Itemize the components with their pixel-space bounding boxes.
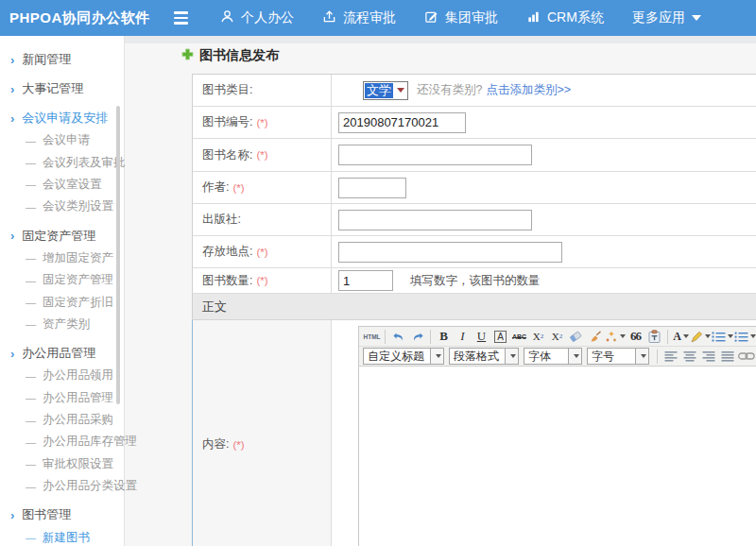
dash-icon: —: [26, 481, 36, 492]
sidebar-group-fixed-assets[interactable]: › 固定资产管理: [0, 225, 124, 247]
dash-icon: —: [26, 318, 36, 330]
book-no-input[interactable]: [338, 112, 466, 133]
sidebar-item-label: 固定资产管理: [43, 272, 113, 288]
sidebar-group-news[interactable]: › 新闻管理: [0, 48, 124, 71]
editor-content[interactable]: [359, 367, 756, 546]
page-title: 图书信息发布: [199, 47, 279, 64]
align-center-button[interactable]: [680, 348, 698, 365]
sidebar-group-meeting[interactable]: › 会议申请及安排: [0, 107, 124, 129]
toolbar-separator: [667, 330, 668, 344]
quantity-input[interactable]: [338, 270, 393, 291]
combo-caret: [431, 348, 444, 365]
sidebar-item-asset-category[interactable]: —资产类别: [0, 314, 124, 335]
sidebar-item-supplies-claim[interactable]: —办公用品领用: [0, 365, 124, 386]
bullet-list-button[interactable]: [734, 328, 756, 345]
nav-label: CRM系统: [547, 9, 604, 26]
sidebar-item-approval-permission[interactable]: —审批权限设置: [0, 453, 124, 475]
caret-icon: [705, 334, 711, 338]
book-name-input[interactable]: [338, 145, 532, 165]
sidebar-item-label: 办公用品分类设置: [43, 478, 137, 494]
sidebar-item-supplies-purchase[interactable]: —办公用品采购: [0, 409, 124, 431]
upload-flow-icon: [322, 9, 336, 26]
sidebar-item-label: 办公用品管理: [43, 390, 113, 406]
dash-icon: —: [26, 297, 36, 308]
subscript-button[interactable]: X2: [548, 328, 566, 345]
sidebar-item-asset-depreciation[interactable]: —固定资产折旧: [0, 291, 124, 313]
custom-title-combo[interactable]: 自定义标题: [363, 348, 444, 365]
app-logo: PHPOA协同办公软件: [0, 9, 151, 27]
publisher-input[interactable]: [338, 210, 532, 230]
underline-button[interactable]: U: [472, 328, 490, 345]
select-caret-icon: [397, 88, 404, 93]
sidebar-item-meeting-room[interactable]: —会议室设置: [0, 174, 124, 196]
menu-toggle-icon[interactable]: [170, 8, 192, 28]
paste-button[interactable]: [645, 328, 663, 345]
align-justify-button[interactable]: [718, 348, 736, 365]
sidebar-item-supplies-stock[interactable]: —办公用品库存管理: [0, 431, 124, 452]
bold-button[interactable]: B: [435, 328, 453, 345]
align-right-button[interactable]: [699, 348, 717, 365]
sidebar: › 新闻管理 › 大事记管理 › 会议申请及安排 —会议申请 —会议列表及审批 …: [0, 36, 125, 546]
location-input[interactable]: [338, 242, 562, 263]
sidebar-scrollbar[interactable]: [116, 106, 120, 404]
combo-caret: [569, 348, 582, 365]
required-mark: (*): [256, 275, 267, 286]
sidebar-item-add-asset[interactable]: —增加固定资产: [0, 247, 124, 269]
redo-button[interactable]: [408, 328, 426, 345]
superscript-button[interactable]: X2: [529, 328, 547, 345]
dash-icon: —: [26, 179, 36, 190]
format-brush-button[interactable]: [586, 328, 604, 345]
category-select[interactable]: 文学: [363, 81, 408, 100]
align-left-button[interactable]: [662, 348, 679, 365]
sidebar-group-office-supplies[interactable]: › 办公用品管理: [0, 342, 124, 365]
sidebar-item-meeting-list[interactable]: —会议列表及审批: [0, 151, 124, 173]
ordered-list-button[interactable]: [712, 328, 733, 345]
sidebar-item-supplies-manage[interactable]: —办公用品管理: [0, 387, 124, 409]
font-color-button[interactable]: A: [672, 328, 690, 345]
dash-icon: —: [26, 135, 36, 146]
author-input[interactable]: [338, 178, 406, 198]
toolbar-separator: [385, 330, 386, 344]
sidebar-group-label: 新闻管理: [22, 51, 71, 68]
toolbar-separator: [657, 350, 658, 364]
add-category-link[interactable]: 点击添加类别>>: [486, 82, 571, 98]
nav-personal-office[interactable]: 个人办公: [220, 9, 294, 26]
html-source-button[interactable]: HTML: [363, 328, 381, 345]
nav-crm[interactable]: CRM系统: [526, 9, 604, 26]
blockquote-button[interactable]: 66: [627, 328, 644, 345]
sidebar-item-label: 办公用品采购: [43, 412, 113, 428]
sidebar-item-label: 会议类别设置: [43, 198, 113, 214]
sidebar-item-new-book[interactable]: —新建图书: [0, 526, 124, 546]
insert-link-button[interactable]: [737, 348, 755, 365]
sidebar-group-memorabilia[interactable]: › 大事记管理: [0, 77, 124, 100]
font-size-combo[interactable]: 字号: [587, 348, 649, 365]
font-family-combo[interactable]: 字体: [524, 348, 582, 365]
sidebar-item-supplies-category[interactable]: —办公用品分类设置: [0, 475, 124, 497]
sidebar-item-label: 审批权限设置: [43, 456, 113, 472]
app-window: PHPOA协同办公软件 个人办公 流程审批 集团审批 CRM系统 更多应用: [0, 0, 756, 546]
dash-icon: —: [26, 532, 36, 543]
clear-format-button[interactable]: [605, 328, 626, 345]
undo-button[interactable]: [389, 328, 407, 345]
page-title-row: 图书信息发布: [181, 47, 279, 64]
sidebar-item-meeting-apply[interactable]: —会议申请: [0, 129, 124, 151]
italic-button[interactable]: I: [454, 328, 472, 345]
strikethrough-button[interactable]: ABC: [510, 328, 528, 345]
eraser-button[interactable]: [567, 328, 585, 345]
sidebar-item-meeting-category[interactable]: —会议类别设置: [0, 196, 124, 217]
highlight-pen-button[interactable]: [691, 328, 711, 345]
paragraph-format-combo[interactable]: 段落格式: [449, 348, 519, 365]
dash-icon: —: [26, 157, 36, 168]
editor-toolbar-row1: HTML B I U A ABC X2 X2: [359, 327, 756, 347]
sidebar-item-asset-manage[interactable]: —固定资产管理: [0, 269, 124, 291]
nav-label: 集团审批: [445, 9, 498, 26]
nav-more-apps[interactable]: 更多应用: [632, 9, 701, 26]
sidebar-group-label: 大事记管理: [22, 80, 83, 97]
field-label: 图书编号: (*): [193, 107, 332, 138]
boxed-a-button[interactable]: A: [491, 328, 509, 345]
field-label: 图书名称: (*): [193, 139, 332, 171]
category-hint: 还没有类别?: [417, 82, 482, 98]
sidebar-group-books[interactable]: › 图书管理: [0, 503, 124, 526]
nav-group-approval[interactable]: 集团审批: [424, 9, 498, 26]
nav-flow-approval[interactable]: 流程审批: [322, 9, 396, 26]
